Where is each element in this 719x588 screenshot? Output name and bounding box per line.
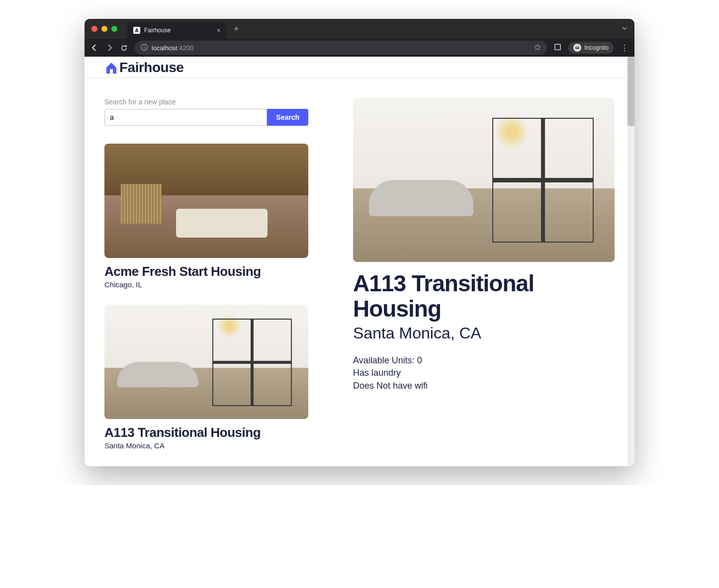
listing-image bbox=[104, 305, 308, 419]
scrollbar-thumb[interactable] bbox=[628, 57, 634, 126]
address-bar[interactable]: localhost:4200 bbox=[135, 41, 547, 55]
vertical-scrollbar[interactable] bbox=[628, 57, 634, 466]
app-header: Fairhouse bbox=[85, 57, 634, 78]
address-host: localhost:4200 bbox=[152, 44, 193, 52]
tab-title: Fairhouse bbox=[144, 27, 171, 34]
back-button[interactable] bbox=[90, 44, 98, 52]
listing-location: Chicago, IL bbox=[104, 280, 308, 289]
listing-title: Acme Fresh Start Housing bbox=[104, 264, 308, 279]
detail-image bbox=[353, 98, 615, 262]
search-input[interactable] bbox=[104, 109, 267, 126]
logo-text: Fairhouse bbox=[119, 60, 183, 76]
site-info-icon[interactable] bbox=[141, 44, 148, 52]
detail-column: A113 Transitional Housing Santa Monica, … bbox=[353, 98, 615, 466]
svg-point-5 bbox=[577, 47, 579, 49]
listing-image bbox=[104, 144, 308, 258]
detail-wifi: Does Not have wifi bbox=[353, 380, 615, 392]
close-tab-icon[interactable]: × bbox=[217, 26, 221, 34]
maximize-window-button[interactable] bbox=[111, 26, 117, 32]
detail-title: A113 Transitional Housing bbox=[353, 271, 615, 321]
listing-card[interactable]: A113 Transitional Housing Santa Monica, … bbox=[104, 305, 308, 450]
incognito-icon bbox=[573, 44, 581, 52]
browser-window: A Fairhouse × + localhost:4200 bbox=[85, 19, 634, 466]
tabs-dropdown-icon[interactable] bbox=[622, 24, 628, 33]
listing-location: Santa Monica, CA bbox=[104, 441, 308, 450]
listing-title: A113 Transitional Housing bbox=[104, 425, 308, 440]
tab-favicon: A bbox=[133, 27, 140, 34]
forward-button[interactable] bbox=[105, 44, 113, 52]
detail-location: Santa Monica, CA bbox=[353, 324, 615, 342]
browser-tab[interactable]: A Fairhouse × bbox=[127, 22, 227, 39]
detail-laundry: Has laundry bbox=[353, 367, 615, 379]
page-viewport: Fairhouse Search for a new place Search … bbox=[85, 57, 634, 466]
close-window-button[interactable] bbox=[91, 26, 97, 32]
svg-rect-6 bbox=[110, 69, 113, 74]
new-tab-button[interactable]: + bbox=[234, 24, 239, 34]
bookmark-star-icon[interactable] bbox=[534, 44, 541, 52]
reload-button[interactable] bbox=[120, 44, 128, 52]
incognito-badge[interactable]: Incognito bbox=[568, 42, 614, 54]
svg-point-1 bbox=[144, 45, 145, 46]
browser-toolbar: localhost:4200 Incognito ⋮ bbox=[85, 39, 634, 57]
minimize-window-button[interactable] bbox=[101, 26, 107, 32]
search-button[interactable]: Search bbox=[267, 109, 308, 126]
listing-card[interactable]: Acme Fresh Start Housing Chicago, IL bbox=[104, 144, 308, 289]
svg-point-4 bbox=[575, 47, 577, 49]
search-and-results-column: Search for a new place Search Acme Fresh… bbox=[104, 98, 308, 466]
detail-available-units: Available Units: 0 bbox=[353, 354, 615, 367]
svg-rect-2 bbox=[144, 47, 144, 49]
svg-rect-3 bbox=[555, 44, 560, 50]
incognito-label: Incognito bbox=[584, 44, 609, 51]
search-label: Search for a new place bbox=[104, 98, 308, 106]
titlebar: A Fairhouse × + bbox=[85, 19, 634, 39]
window-controls bbox=[91, 26, 117, 32]
browser-menu-icon[interactable]: ⋮ bbox=[621, 43, 629, 53]
logo-house-icon bbox=[104, 61, 118, 75]
extensions-icon[interactable] bbox=[554, 43, 561, 52]
